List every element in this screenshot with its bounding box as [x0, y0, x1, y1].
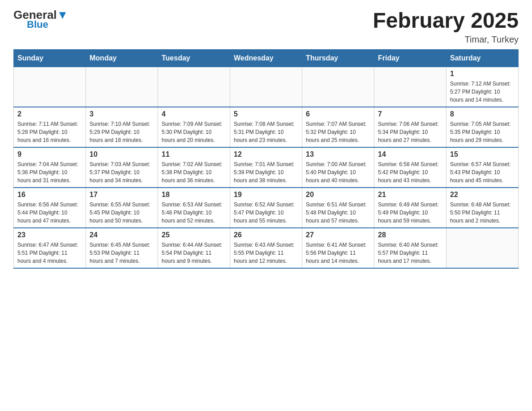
day-info: Sunrise: 7:06 AM Sunset: 5:34 PM Dayligh… [378, 120, 442, 144]
day-number: 27 [306, 231, 370, 239]
logo-triangle-icon: ▼ [57, 8, 69, 21]
calendar-cell: 12Sunrise: 7:01 AM Sunset: 5:39 PM Dayli… [230, 147, 302, 188]
day-number: 16 [17, 191, 82, 199]
day-info: Sunrise: 7:10 AM Sunset: 5:29 PM Dayligh… [90, 120, 154, 144]
day-number: 7 [378, 110, 442, 118]
calendar-cell: 16Sunrise: 6:56 AM Sunset: 5:44 PM Dayli… [14, 188, 86, 228]
day-number: 22 [450, 191, 515, 199]
calendar-cell: 25Sunrise: 6:44 AM Sunset: 5:54 PM Dayli… [158, 228, 230, 268]
location-subtitle: Timar, Turkey [373, 34, 519, 45]
col-header-tuesday: Tuesday [158, 49, 230, 67]
day-info: Sunrise: 6:47 AM Sunset: 5:51 PM Dayligh… [17, 241, 82, 265]
day-number: 18 [162, 191, 226, 199]
calendar-cell [86, 67, 158, 107]
day-number: 26 [234, 231, 298, 239]
calendar-cell: 14Sunrise: 6:58 AM Sunset: 5:42 PM Dayli… [374, 147, 446, 188]
day-info: Sunrise: 7:05 AM Sunset: 5:35 PM Dayligh… [450, 120, 515, 144]
calendar-cell: 20Sunrise: 6:51 AM Sunset: 5:48 PM Dayli… [302, 188, 374, 228]
day-info: Sunrise: 6:44 AM Sunset: 5:54 PM Dayligh… [162, 241, 226, 265]
calendar-cell: 5Sunrise: 7:08 AM Sunset: 5:31 PM Daylig… [230, 107, 302, 147]
day-number: 8 [450, 110, 515, 118]
calendar-cell: 15Sunrise: 6:57 AM Sunset: 5:43 PM Dayli… [446, 147, 519, 188]
calendar-cell [446, 228, 519, 268]
day-info: Sunrise: 7:09 AM Sunset: 5:30 PM Dayligh… [162, 120, 226, 144]
col-header-thursday: Thursday [302, 49, 374, 67]
calendar-cell [14, 67, 86, 107]
calendar-cell: 21Sunrise: 6:49 AM Sunset: 5:49 PM Dayli… [374, 188, 446, 228]
calendar-cell: 26Sunrise: 6:43 AM Sunset: 5:55 PM Dayli… [230, 228, 302, 268]
day-number: 19 [234, 191, 298, 199]
day-number: 3 [90, 110, 154, 118]
calendar-week-row: 2Sunrise: 7:11 AM Sunset: 5:28 PM Daylig… [14, 107, 519, 147]
calendar-cell: 13Sunrise: 7:00 AM Sunset: 5:40 PM Dayli… [302, 147, 374, 188]
calendar-header: SundayMondayTuesdayWednesdayThursdayFrid… [14, 49, 519, 67]
day-info: Sunrise: 7:08 AM Sunset: 5:31 PM Dayligh… [234, 120, 298, 144]
day-info: Sunrise: 6:58 AM Sunset: 5:42 PM Dayligh… [378, 160, 442, 184]
calendar-cell [374, 67, 446, 107]
logo: General▼ Blue [13, 9, 69, 30]
day-info: Sunrise: 6:45 AM Sunset: 5:53 PM Dayligh… [90, 241, 154, 265]
main-title: February 2025 [373, 9, 519, 33]
calendar-cell [158, 67, 230, 107]
day-number: 4 [162, 110, 226, 118]
calendar-cell: 10Sunrise: 7:03 AM Sunset: 5:37 PM Dayli… [86, 147, 158, 188]
day-info: Sunrise: 7:04 AM Sunset: 5:36 PM Dayligh… [17, 160, 82, 184]
calendar-week-row: 23Sunrise: 6:47 AM Sunset: 5:51 PM Dayli… [14, 228, 519, 268]
calendar-cell: 28Sunrise: 6:40 AM Sunset: 5:57 PM Dayli… [374, 228, 446, 268]
calendar-table: SundayMondayTuesdayWednesdayThursdayFrid… [13, 49, 519, 269]
day-info: Sunrise: 7:12 AM Sunset: 5:27 PM Dayligh… [450, 80, 515, 104]
day-info: Sunrise: 6:56 AM Sunset: 5:44 PM Dayligh… [17, 201, 82, 225]
day-info: Sunrise: 6:49 AM Sunset: 5:49 PM Dayligh… [378, 201, 442, 225]
calendar-week-row: 1Sunrise: 7:12 AM Sunset: 5:27 PM Daylig… [14, 67, 519, 107]
day-number: 5 [234, 110, 298, 118]
day-info: Sunrise: 6:55 AM Sunset: 5:45 PM Dayligh… [90, 201, 154, 225]
col-header-sunday: Sunday [14, 49, 86, 67]
day-info: Sunrise: 6:43 AM Sunset: 5:55 PM Dayligh… [234, 241, 298, 265]
day-info: Sunrise: 7:07 AM Sunset: 5:32 PM Dayligh… [306, 120, 370, 144]
day-info: Sunrise: 6:52 AM Sunset: 5:47 PM Dayligh… [234, 201, 298, 225]
day-number: 23 [17, 231, 82, 239]
day-number: 24 [90, 231, 154, 239]
calendar-cell: 22Sunrise: 6:48 AM Sunset: 5:50 PM Dayli… [446, 188, 519, 228]
col-header-wednesday: Wednesday [230, 49, 302, 67]
day-info: Sunrise: 6:51 AM Sunset: 5:48 PM Dayligh… [306, 201, 370, 225]
day-number: 20 [306, 191, 370, 199]
day-info: Sunrise: 6:53 AM Sunset: 5:46 PM Dayligh… [162, 201, 226, 225]
day-info: Sunrise: 7:11 AM Sunset: 5:28 PM Dayligh… [17, 120, 82, 144]
day-info: Sunrise: 6:48 AM Sunset: 5:50 PM Dayligh… [450, 201, 515, 225]
calendar-cell [302, 67, 374, 107]
day-info: Sunrise: 7:03 AM Sunset: 5:37 PM Dayligh… [90, 160, 154, 184]
day-number: 2 [17, 110, 82, 118]
calendar-cell: 9Sunrise: 7:04 AM Sunset: 5:36 PM Daylig… [14, 147, 86, 188]
col-header-saturday: Saturday [446, 49, 519, 67]
title-block: February 2025 Timar, Turkey [373, 9, 519, 45]
day-info: Sunrise: 6:40 AM Sunset: 5:57 PM Dayligh… [378, 241, 442, 265]
day-number: 6 [306, 110, 370, 118]
calendar-cell: 3Sunrise: 7:10 AM Sunset: 5:29 PM Daylig… [86, 107, 158, 147]
calendar-cell: 19Sunrise: 6:52 AM Sunset: 5:47 PM Dayli… [230, 188, 302, 228]
day-number: 14 [378, 150, 442, 158]
calendar-cell: 17Sunrise: 6:55 AM Sunset: 5:45 PM Dayli… [86, 188, 158, 228]
calendar-cell: 6Sunrise: 7:07 AM Sunset: 5:32 PM Daylig… [302, 107, 374, 147]
day-number: 9 [17, 150, 82, 158]
day-number: 21 [378, 191, 442, 199]
days-header-row: SundayMondayTuesdayWednesdayThursdayFrid… [14, 49, 519, 67]
day-info: Sunrise: 7:00 AM Sunset: 5:40 PM Dayligh… [306, 160, 370, 184]
day-number: 13 [306, 150, 370, 158]
calendar-cell: 2Sunrise: 7:11 AM Sunset: 5:28 PM Daylig… [14, 107, 86, 147]
calendar-cell: 7Sunrise: 7:06 AM Sunset: 5:34 PM Daylig… [374, 107, 446, 147]
calendar-cell: 8Sunrise: 7:05 AM Sunset: 5:35 PM Daylig… [446, 107, 519, 147]
calendar-body: 1Sunrise: 7:12 AM Sunset: 5:27 PM Daylig… [14, 67, 519, 268]
day-info: Sunrise: 7:01 AM Sunset: 5:39 PM Dayligh… [234, 160, 298, 184]
calendar-cell: 18Sunrise: 6:53 AM Sunset: 5:46 PM Dayli… [158, 188, 230, 228]
day-info: Sunrise: 7:02 AM Sunset: 5:38 PM Dayligh… [162, 160, 226, 184]
day-number: 28 [378, 231, 442, 239]
page-header: General▼ Blue February 2025 Timar, Turke… [13, 9, 519, 45]
day-number: 25 [162, 231, 226, 239]
day-number: 15 [450, 150, 515, 158]
calendar-cell: 24Sunrise: 6:45 AM Sunset: 5:53 PM Dayli… [86, 228, 158, 268]
day-number: 11 [162, 150, 226, 158]
col-header-friday: Friday [374, 49, 446, 67]
calendar-cell: 11Sunrise: 7:02 AM Sunset: 5:38 PM Dayli… [158, 147, 230, 188]
calendar-cell: 23Sunrise: 6:47 AM Sunset: 5:51 PM Dayli… [14, 228, 86, 268]
